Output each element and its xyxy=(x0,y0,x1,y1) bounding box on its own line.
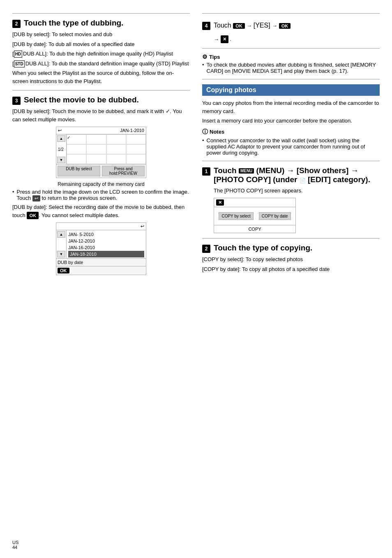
notes-icon: ⓘ xyxy=(202,128,208,136)
step3-number: 3 xyxy=(12,97,21,105)
right-divider-4 xyxy=(202,161,380,161)
step4-period: . xyxy=(230,36,231,42)
dub-date-table: ↩ ▲ ▼ JAN- 5-2010 JAN-12-2010 JAN-16-201… xyxy=(56,222,146,275)
date-nav: ▲ ▼ xyxy=(56,230,67,258)
copy-by-select-btn[interactable]: COPY by select xyxy=(219,212,253,220)
dub-cell-1[interactable] xyxy=(67,134,86,144)
photo-copy-screen: ✕ COPY by select COPY by date COPY xyxy=(214,198,296,233)
date-item-2[interactable]: JAN-12-2010 xyxy=(68,238,144,244)
dub-cell-3[interactable] xyxy=(106,134,126,144)
divider-top xyxy=(12,13,190,14)
copying-photos-intro1: You can copy photos from the internal re… xyxy=(202,99,380,115)
date-ok-btn[interactable]: OK xyxy=(58,268,69,273)
date-table-footer: DUB by date xyxy=(56,258,146,266)
photo-copy-body: COPY by select COPY by date xyxy=(214,207,295,225)
right-divider-top xyxy=(202,13,380,14)
dub-table-header: ↩ JAN-1-2010 xyxy=(56,127,146,134)
date-table-body: ▲ ▼ JAN- 5-2010 JAN-12-2010 JAN-16-2010 … xyxy=(56,230,146,258)
copy-step1-edit: [EDIT] category). xyxy=(308,175,370,184)
photo-copy-header: ✕ xyxy=(214,198,295,207)
step4-arrow2: → xyxy=(272,23,279,29)
copy-step2-option2: [COPY by date]: To copy all photos of a … xyxy=(202,265,380,273)
step2-option1: [DUB by select]: To select movies and du… xyxy=(12,30,190,39)
date-nav-down[interactable]: ▼ xyxy=(57,251,65,257)
copying-photos-intro2: Insert a memory card into your camcorder… xyxy=(202,117,380,125)
photo-copy-footer: COPY xyxy=(214,225,295,233)
step4-ok2[interactable]: OK xyxy=(279,23,291,29)
bullet-press-hold: • Press and hold the image down on the L… xyxy=(12,189,190,201)
bullet-press-hold-text: Press and hold the image down on the LCD… xyxy=(17,189,190,201)
ok-button-inline[interactable]: OK xyxy=(27,212,39,220)
dub-cell-6[interactable] xyxy=(86,144,106,154)
table1-caption: Remaining capacity of the memory card xyxy=(12,181,190,187)
step2-option5: When you select the Playlist as the sour… xyxy=(12,69,190,85)
dub-cell-8[interactable] xyxy=(126,144,146,154)
copying-photos-header: Copying photos xyxy=(202,84,380,96)
step2-header: 2 Touch the type of dubbing. xyxy=(12,19,190,28)
date-item-3[interactable]: JAN-16-2010 xyxy=(68,244,144,251)
dub-cell-11[interactable] xyxy=(106,154,126,164)
tips-item-1: • To check the dubbed movies after dubbi… xyxy=(202,62,380,74)
notes-label: Notes xyxy=(210,129,224,135)
step4-x-btn[interactable]: ✕ xyxy=(221,35,228,43)
dub-table-side: ▲ 1/2 ▼ xyxy=(56,134,67,164)
date-back-btn[interactable]: ↩ xyxy=(141,224,144,229)
copy-step2-number: 2 xyxy=(202,245,210,253)
dub-preview-btn[interactable]: Press and hold:PREVIEW xyxy=(102,166,145,176)
step3-title: Select the movie to be dubbed. xyxy=(24,95,139,104)
step4-touch-label: Touch xyxy=(214,22,231,29)
right-divider-3 xyxy=(202,79,380,79)
page-num-display: 44 xyxy=(12,545,17,550)
date-table-label: DUB by date xyxy=(58,260,83,265)
back-btn-icon[interactable]: ↩ xyxy=(58,128,62,133)
dub-table-cells xyxy=(67,134,146,164)
photo-copy-x-btn[interactable]: ✕ xyxy=(216,199,224,206)
dub-cell-9[interactable] xyxy=(67,154,86,164)
dub-table-date: JAN-1-2010 xyxy=(120,128,144,133)
dub-cell-7[interactable] xyxy=(106,144,126,154)
page-layout: 2 Touch the type of dubbing. [DUB by sel… xyxy=(12,8,380,278)
dub-cell-10[interactable] xyxy=(86,154,106,164)
dub-table-footer: DUB by select Press and hold:PREVIEW xyxy=(56,164,146,178)
menu-button[interactable]: MENU xyxy=(239,168,254,174)
nav-down-btn[interactable]: ▼ xyxy=(57,157,65,163)
dub-select-btn[interactable]: DUB by select xyxy=(58,166,100,176)
back-icon-btn[interactable]: ↩ xyxy=(32,195,40,201)
dub-by-date-text: [DUB by date]: Select the recording date… xyxy=(12,203,190,219)
copy-step2-option1: [COPY by select]: To copy selected photo… xyxy=(202,255,380,264)
step4-header: 4 Touch OK → [YES] → OK xyxy=(202,19,380,32)
nav-up-btn[interactable]: ▲ xyxy=(57,135,65,142)
step4-ok1[interactable]: OK xyxy=(233,23,245,29)
copy-by-date-btn[interactable]: COPY by date xyxy=(259,212,291,220)
step3-header: 3 Select the movie to be dubbed. xyxy=(12,95,190,105)
bullet-dot: • xyxy=(12,189,14,201)
right-divider-2 xyxy=(202,48,380,49)
date-nav-up[interactable]: ▲ xyxy=(57,231,65,238)
tips-block: ⚙ Tips • To check the dubbed movies afte… xyxy=(202,53,380,74)
notes-bullet: • xyxy=(202,137,204,156)
tips-bullet: • xyxy=(202,62,204,74)
right-divider-5 xyxy=(202,238,380,238)
right-column: 4 Touch OK → [YES] → OK → ✕ . ⚙ Tips • xyxy=(202,8,380,278)
tips-title: ⚙ Tips xyxy=(202,53,380,60)
date-item-1[interactable]: JAN- 5-2010 xyxy=(68,231,144,238)
dub-cell-12[interactable] xyxy=(126,154,146,164)
tips-icon: ⚙ xyxy=(202,53,208,60)
step4-arrow3-sym: → xyxy=(214,36,221,42)
step4-yes: [YES] xyxy=(254,22,270,29)
step3-dub-select-text: [DUB by select]: Touch the movie to be d… xyxy=(12,107,190,123)
hd-icon: HD xyxy=(14,51,22,58)
tips-label: Tips xyxy=(209,54,220,60)
dub-cell-2[interactable] xyxy=(86,134,106,144)
step4-number: 4 xyxy=(202,22,210,30)
copy-step2-header: 2 Touch the type of copying. xyxy=(202,243,380,253)
dub-cell-5[interactable] xyxy=(67,144,86,154)
std-icon: STD xyxy=(14,60,25,67)
page-number-bottom: US 44 xyxy=(12,540,18,550)
tips-text-1: To check the dubbed movies after dubbing… xyxy=(207,62,380,74)
copy-step2-title: Touch the type of copying. xyxy=(214,243,312,252)
page-num: 1/2 xyxy=(57,146,65,153)
date-item-4[interactable]: JAN-18-2010 xyxy=(68,251,144,257)
dub-cell-4[interactable] xyxy=(126,134,146,144)
notes-title: ⓘ Notes xyxy=(202,128,380,136)
